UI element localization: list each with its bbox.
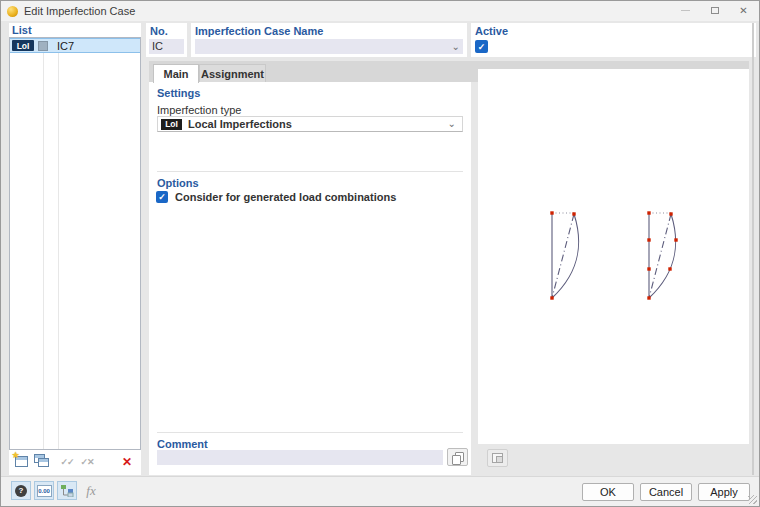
window-title: Edit Imperfection Case: [24, 5, 135, 17]
consider-load-combinations-checkbox[interactable]: ✓: [156, 191, 168, 203]
cancel-button[interactable]: Cancel: [640, 483, 692, 501]
edit-imperfection-case-dialog: Edit Imperfection Case ✕ List LoI IC7 ★: [0, 0, 760, 507]
active-panel: Active ✓: [471, 23, 756, 57]
case-list[interactable]: LoI IC7: [9, 37, 141, 450]
imperfection-type-label: Imperfection type: [157, 104, 241, 116]
section-divider: [157, 171, 463, 172]
tab-main[interactable]: Main: [153, 64, 199, 83]
maximize-icon: [711, 7, 719, 14]
check-icon: ✓: [158, 192, 166, 202]
delete-icon: ✕: [122, 455, 132, 469]
main-tab-panel: Settings Imperfection type LoI Local Imp…: [149, 82, 471, 475]
ok-button[interactable]: OK: [582, 483, 634, 501]
footer-bar: ? 0.00 fx OK Cancel Apply: [1, 476, 759, 506]
comment-templates-button[interactable]: [447, 448, 468, 466]
no-label: No.: [150, 25, 168, 37]
close-icon: ✕: [739, 6, 747, 16]
configuration-button[interactable]: [57, 481, 77, 500]
chevron-down-icon[interactable]: ⌄: [452, 43, 460, 51]
settings-header: Settings: [157, 87, 200, 99]
chevron-down-icon[interactable]: ⌄: [448, 120, 456, 128]
copy-case-button[interactable]: [32, 453, 50, 470]
list-toolbar: ★ ✓✓ ✓✕ ✕: [9, 452, 141, 472]
resize-grip[interactable]: [748, 495, 757, 504]
titlebar[interactable]: Edit Imperfection Case ✕: [1, 1, 759, 21]
invert-selection-button[interactable]: ✓✕: [78, 453, 96, 470]
double-check-icon: ✓✓: [60, 457, 73, 467]
imperfection-type-combobox[interactable]: LoI Local Imperfections ⌄: [157, 116, 463, 132]
units-settings-button[interactable]: 0.00: [34, 481, 54, 500]
list-header: List: [12, 24, 32, 36]
apply-button[interactable]: Apply: [698, 483, 750, 501]
window-controls: ✕: [671, 1, 758, 20]
case-name-header: Imperfection Case Name: [195, 25, 323, 37]
minimize-icon: [681, 10, 690, 11]
list-grid-line: [43, 38, 44, 449]
section-divider: [157, 432, 463, 433]
units-icon: 0.00: [37, 485, 52, 497]
case-name-combobox[interactable]: ⌄: [195, 39, 463, 54]
tab-assignment[interactable]: Assignment: [199, 64, 266, 83]
no-field[interactable]: IC: [149, 39, 184, 54]
no-panel: No. IC: [146, 23, 187, 57]
minimize-button[interactable]: [671, 1, 700, 20]
comment-input[interactable]: [157, 450, 443, 465]
consider-load-combinations-row: ✓ Consider for generated load combinatio…: [156, 191, 396, 203]
comment-header: Comment: [157, 438, 208, 450]
star-icon: ★: [12, 450, 20, 460]
imperfection-type-badge: LoI: [12, 40, 34, 51]
case-name-label: IC7: [57, 40, 74, 52]
formula-button[interactable]: fx: [81, 481, 101, 500]
consider-load-combinations-label: Consider for generated load combinations: [175, 191, 396, 203]
graphic-preview-panel: [478, 69, 749, 444]
case-name-input[interactable]: [195, 40, 452, 53]
check-cross-icon: ✓✕: [80, 457, 93, 467]
comment-field-wrap: [157, 450, 443, 465]
new-case-button[interactable]: ★: [12, 453, 30, 470]
imperfection-type-badge: LoI: [161, 119, 182, 130]
copy-icon: [452, 452, 463, 463]
select-all-button[interactable]: ✓✓: [58, 453, 76, 470]
panel-edge-divider: [752, 23, 754, 475]
imperfection-type-value: Local Imperfections: [188, 118, 292, 130]
new-case-icon: ★: [15, 456, 28, 467]
list-item-ic7[interactable]: LoI IC7: [10, 38, 140, 53]
graphic-settings-button[interactable]: [487, 449, 508, 467]
configuration-tree-icon: [61, 485, 74, 497]
dialog-icon: [7, 6, 18, 17]
case-color-swatch: [38, 41, 48, 51]
active-checkbox[interactable]: ✓: [475, 40, 488, 53]
delete-case-button[interactable]: ✕: [118, 453, 136, 470]
active-label: Active: [475, 25, 508, 37]
maximize-button[interactable]: [700, 1, 729, 20]
copy-case-icon: [38, 458, 49, 467]
imperfection-diagram: [533, 199, 693, 311]
case-name-panel: Imperfection Case Name ⌄: [191, 23, 467, 57]
help-button[interactable]: ?: [11, 481, 31, 500]
formula-icon: fx: [86, 483, 95, 499]
options-header: Options: [157, 177, 199, 189]
help-icon: ?: [15, 485, 27, 497]
case-list-panel: List LoI IC7 ★ ✓✓ ✓✕: [9, 23, 141, 475]
graphic-settings-icon: [492, 453, 503, 463]
list-grid-line: [58, 38, 59, 449]
check-icon: ✓: [478, 42, 486, 52]
close-button[interactable]: ✕: [729, 1, 758, 20]
